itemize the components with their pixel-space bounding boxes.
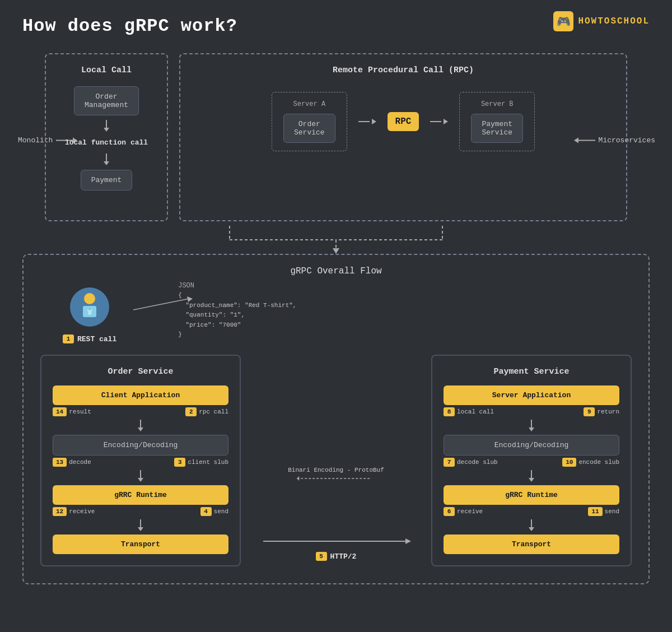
transport-payment: Transport (444, 535, 619, 554)
payment-service-top: PaymentService (471, 114, 523, 143)
step-rpc: 2 (185, 407, 197, 416)
label-rpc: rpc call (199, 408, 228, 415)
http2-label: HTTP/2 (330, 552, 357, 561)
label-decode-slub: decode slub (457, 459, 498, 466)
step-local-call: 8 (444, 407, 455, 416)
server-application-block: Server Application (444, 385, 619, 405)
user-area: 👕 1 REST call (63, 287, 116, 343)
json-label: JSON (178, 282, 296, 290)
rpc-badge: RPC (388, 112, 419, 131)
svg-text:👕: 👕 (86, 308, 94, 315)
label-receive-payment: receive (457, 508, 483, 515)
encoding-decoding-payment: Encoding/Decoding (444, 435, 619, 456)
local-call-box: Local Call OrderManagement local functio… (45, 53, 168, 221)
label-result: result (69, 408, 91, 415)
order-service-section: Order Service Client Application 14 resu… (40, 355, 241, 566)
svg-marker-14 (405, 538, 411, 544)
grrc-runtime-order: gRRC Runtime (53, 485, 228, 505)
step-receive-payment: 6 (444, 507, 455, 516)
label-receive-order: receive (69, 508, 95, 515)
step-return: 9 (584, 407, 595, 416)
label-send-order: send (214, 508, 228, 515)
transport-order: Transport (53, 535, 228, 554)
grpc-flow-section: gRPC Overall Flow 👕 1 REST call (22, 254, 650, 584)
encoding-decoding-order: Encoding/Decoding (53, 435, 228, 456)
step-send-payment: 11 (588, 507, 602, 516)
grrc-runtime-payment: gRRC Runtime (444, 485, 619, 505)
step-send-order: 4 (200, 507, 212, 516)
payment-service-title: Payment Service (444, 367, 619, 377)
step-decode-order: 13 (53, 458, 67, 467)
server-b-box: Server B PaymentService (459, 92, 535, 151)
logo-text: HOWTOSCHOOL (578, 16, 650, 26)
step-client-slub: 3 (174, 458, 185, 467)
order-service-top: OrderService (283, 114, 335, 143)
logo-area: 🎮 HOWTOSCHOOL (553, 11, 650, 31)
label-local-call: local call (457, 408, 494, 415)
label-return: return (597, 408, 619, 415)
svg-point-6 (84, 293, 95, 304)
logo-icon: 🎮 (553, 11, 573, 31)
label-send-payment: send (605, 508, 619, 515)
server-a-box: Server A OrderService (272, 92, 347, 151)
local-function-call-label: local function call (65, 138, 148, 147)
step-result: 14 (53, 407, 67, 416)
user-avatar: 👕 (70, 287, 109, 327)
step-receive-order: 12 (53, 507, 67, 516)
client-application-block: Client Application (53, 385, 228, 405)
svg-marker-12 (297, 476, 299, 481)
step-encode-slub: 10 (562, 458, 576, 467)
step-decode-slub: 7 (444, 458, 455, 467)
rest-step-badge: 1 (63, 334, 74, 343)
order-service-title: Order Service (53, 367, 228, 377)
label-decode-order: decode (69, 459, 91, 466)
http2-step-badge: 5 (316, 552, 327, 561)
label-encode-slub: encode slub (578, 459, 619, 466)
rpc-title: Remote Procedural Call (RPC) (333, 66, 474, 75)
payment-service-section: Payment Service Server Application 8 loc… (431, 355, 632, 566)
json-content: { "product_name": "Red T-shirt", "quanti… (178, 291, 296, 340)
binary-label: Binari Encoding - ProtoBuf (288, 467, 384, 473)
rpc-box: Remote Procedural Call (RPC) Server A Or… (179, 53, 627, 221)
label-client-slub: client slub (188, 459, 228, 466)
order-management-block: OrderManagement (74, 86, 139, 115)
grpc-flow-title: gRPC Overall Flow (40, 266, 632, 276)
svg-marker-5 (333, 248, 339, 254)
rest-call-text: REST call (77, 335, 116, 343)
payment-block: Payment (81, 170, 133, 190)
local-call-title: Local Call (81, 66, 132, 75)
